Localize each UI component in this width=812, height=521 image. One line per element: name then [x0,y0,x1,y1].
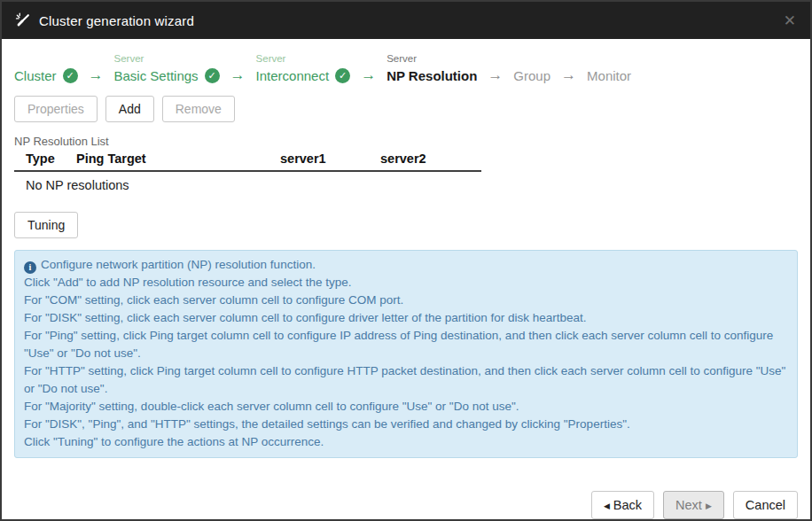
info-icon: i [24,261,36,274]
column-header-ping-target: Ping Target [76,152,280,166]
wizard-step-interconnect: ServerInterconnect✓ [256,51,351,85]
magic-wand-icon [14,12,32,29]
info-line: For "DISK", "Ping", and "HTTP" settings,… [24,416,788,433]
step-arrow-icon: → [550,66,587,85]
footer-buttons: ◀ Back Next ▶ Cancel [2,478,810,519]
back-button[interactable]: ◀ Back [591,491,654,519]
column-header-type: Type [14,152,76,166]
cancel-button[interactable]: Cancel [733,491,798,519]
tuning-button[interactable]: Tuning [14,212,78,238]
step-category-label: Server [386,51,477,66]
column-header-server1: server1 [280,152,380,166]
table-header-row: TypePing Targetserver1server2 [14,152,481,172]
close-icon[interactable]: ✕ [784,13,796,28]
step-arrow-icon: → [220,66,256,85]
table-empty-message: No NP resolutions [14,172,481,198]
back-arrow-icon: ◀ [604,502,610,510]
window-title: Cluster generation wizard [39,13,194,28]
step-label: Group [513,68,550,83]
wizard-steps: Cluster✓→ServerBasic Settings✓→ServerInt… [14,51,798,85]
wizard-step-monitor: Monitor [587,51,631,85]
properties-button[interactable]: Properties [14,96,98,122]
wizard-step-np-resolution: ServerNP Resolution [386,51,477,85]
info-line: Click "Tuning" to configure the actions … [24,433,788,451]
step-category-label [513,51,550,66]
step-label: Cluster [14,68,57,83]
info-line: For "Ping" setting, click Ping target co… [24,327,788,362]
step-label: Interconnect [256,68,330,83]
remove-button[interactable]: Remove [162,96,235,122]
info-box: iConfigure network partition (NP) resolu… [14,250,798,458]
step-category-label: Server [256,51,351,66]
wizard-step-group: Group [513,51,550,85]
add-button[interactable]: Add [105,96,154,122]
titlebar: Cluster generation wizard ✕ [2,2,810,39]
info-line: For "Majority" setting, double-click eac… [24,398,788,416]
wizard-step-cluster: Cluster✓ [14,51,78,85]
step-complete-icon: ✓ [335,68,350,83]
next-button[interactable]: Next ▶ [663,491,724,519]
step-category-label [14,51,78,66]
step-category-label: Server [114,51,220,66]
next-arrow-icon: ▶ [706,502,712,510]
step-label: NP Resolution [386,68,477,83]
step-category-label [587,51,631,66]
np-resolution-list-label: NP Resolution List [14,135,798,148]
info-line: For "DISK" setting, click each server co… [24,309,788,327]
wizard-step-basic-settings: ServerBasic Settings✓ [114,51,220,85]
np-toolbar: Properties Add Remove [14,96,798,122]
step-label: Basic Settings [114,68,199,83]
step-arrow-icon: → [477,66,513,85]
info-line: For "HTTP" setting, click Ping target co… [24,362,788,398]
info-line: iConfigure network partition (NP) resolu… [24,256,788,274]
step-complete-icon: ✓ [63,68,78,83]
step-complete-icon: ✓ [205,68,220,83]
step-arrow-icon: → [350,66,386,85]
column-header-server2: server2 [380,152,426,166]
step-label: Monitor [587,68,631,83]
np-resolution-table: TypePing Targetserver1server2 No NP reso… [14,152,481,198]
info-line: Click "Add" to add NP resolution resourc… [24,274,788,292]
step-arrow-icon: → [78,66,114,85]
dialog-content: Cluster✓→ServerBasic Settings✓→ServerInt… [2,39,810,478]
cluster-generation-wizard-dialog: Cluster generation wizard ✕ Cluster✓→Ser… [0,0,812,521]
info-line: For "COM" setting, click each server col… [24,292,788,309]
